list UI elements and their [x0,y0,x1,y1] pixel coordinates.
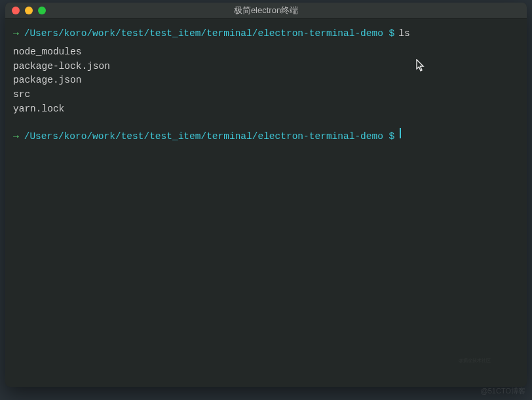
minimize-button[interactable] [25,7,33,14]
traffic-lights [5,7,46,14]
command-output: node_modules package-lock.json package.j… [13,45,519,117]
cursor-icon [400,128,401,138]
prompt-line: → /Users/koro/work/test/test_item/termin… [13,129,519,144]
prompt-line: → /Users/koro/work/test/test_item/termin… [13,27,519,41]
output-line: package.json [13,73,519,88]
output-line: node_modules [13,45,519,60]
window-title: 极简electron终端 [5,5,527,16]
app-window: 极简electron终端 → /Users/koro/work/test/tes… [5,3,527,387]
prompt-arrow-icon: → [13,27,19,41]
output-line: yarn.lock [13,102,519,117]
watermark-text: @掘金技术社区 [459,357,491,364]
close-button[interactable] [12,7,20,14]
output-line: package-lock.json [13,60,519,74]
titlebar[interactable]: 极简electron终端 [5,3,527,19]
watermark-text: @51CTO博客 [481,386,525,396]
maximize-button[interactable] [38,7,46,14]
prompt-path: /Users/koro/work/test/test_item/terminal… [24,27,395,41]
terminal-body[interactable]: → /Users/koro/work/test/test_item/termin… [5,19,527,153]
output-line: src [13,88,519,102]
prompt-arrow-icon: → [13,130,19,144]
prompt-path: /Users/koro/work/test/test_item/terminal… [24,130,395,144]
command-text: ls [398,27,409,41]
